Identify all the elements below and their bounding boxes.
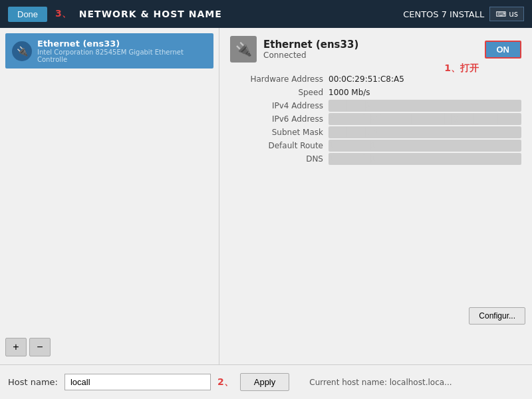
device-status: Connected xyxy=(263,51,358,60)
page-title: NETWORK & HOST NAME xyxy=(79,9,222,19)
add-network-button[interactable]: + xyxy=(5,338,27,356)
dns-value: 1██████1 xyxy=(329,153,521,165)
hw-address-label: Hardware Address xyxy=(230,73,323,85)
network-item-text: Ethernet (ens33) Intel Corporation 82545… xyxy=(37,39,207,63)
dns-label: DNS xyxy=(230,153,323,165)
main-content: 🔌 Ethernet (ens33) Intel Corporation 825… xyxy=(0,28,532,399)
header-right: CENTOS 7 INSTALL ⌨ us xyxy=(403,7,524,21)
current-host-label: Current host name: localhost.loca... xyxy=(309,378,452,387)
device-info-table: Hardware Address 00:0C:29:51:C8:A5 Speed… xyxy=(230,73,521,165)
ipv4-label: IPv4 Address xyxy=(230,100,323,112)
bottom-bar: Host name: 2、 Apply Current host name: l… xyxy=(0,364,532,399)
step3-hint: 3、 xyxy=(55,8,71,20)
ipv4-value: ██████3 xyxy=(329,100,521,112)
speed-value: 1000 Mb/s xyxy=(329,86,521,98)
hw-address-value: 00:0C:29:51:C8:A5 xyxy=(329,73,521,85)
network-item-desc: Intel Corporation 82545EM Gigabit Ethern… xyxy=(37,49,207,63)
toggle-button[interactable]: ON xyxy=(485,41,522,59)
hostname-input[interactable] xyxy=(65,374,211,390)
configure-button[interactable]: Configur... xyxy=(469,307,525,325)
left-panel: 🔌 Ethernet (ens33) Intel Corporation 825… xyxy=(0,28,219,364)
network-item-name: Ethernet (ens33) xyxy=(37,39,207,49)
device-name: Ethernet (ens33) xyxy=(263,39,358,51)
hostname-label: Host name: xyxy=(8,377,58,387)
ipv6-value: 7██████8f █████ ██████ 9 ██████ xyxy=(329,113,521,125)
left-buttons: + − xyxy=(5,335,213,359)
device-icon: 🔌 xyxy=(230,36,257,63)
right-panel: 🔌 Ethernet (ens33) Connected ON 1、打开 Har… xyxy=(219,28,532,364)
subnet-value: ██████5.0 xyxy=(329,126,521,138)
device-name-block: Ethernet (ens33) Connected xyxy=(263,39,358,60)
network-item-ens33[interactable]: 🔌 Ethernet (ens33) Intel Corporation 825… xyxy=(5,33,213,68)
header: Done 3、 NETWORK & HOST NAME CENTOS 7 INS… xyxy=(0,0,532,28)
left-spacer xyxy=(5,71,213,332)
device-info: 🔌 Ethernet (ens33) Connected xyxy=(230,36,358,63)
device-header: 🔌 Ethernet (ens33) Connected ON xyxy=(230,36,521,63)
ethernet-icon: 🔌 xyxy=(12,41,32,61)
speed-label: Speed xyxy=(230,86,323,98)
keyboard-icon: ⌨ xyxy=(495,10,506,19)
language-selector[interactable]: ⌨ us xyxy=(489,7,524,21)
done-button[interactable]: Done xyxy=(8,7,47,22)
step1-hint: 1、打开 xyxy=(444,63,479,74)
content-area: 🔌 Ethernet (ens33) Intel Corporation 825… xyxy=(0,28,532,364)
route-label: Default Route xyxy=(230,140,323,152)
ipv6-label: IPv6 Address xyxy=(230,113,323,125)
step2-hint: 2、 xyxy=(217,376,233,388)
remove-network-button[interactable]: − xyxy=(29,338,51,356)
subnet-label: Subnet Mask xyxy=(230,126,323,138)
install-label: CENTOS 7 INSTALL xyxy=(403,9,484,19)
lang-label: us xyxy=(509,9,518,19)
header-left: Done 3、 NETWORK & HOST NAME xyxy=(8,7,222,22)
apply-button[interactable]: Apply xyxy=(240,373,290,391)
route-value: 1██████1 xyxy=(329,140,521,152)
